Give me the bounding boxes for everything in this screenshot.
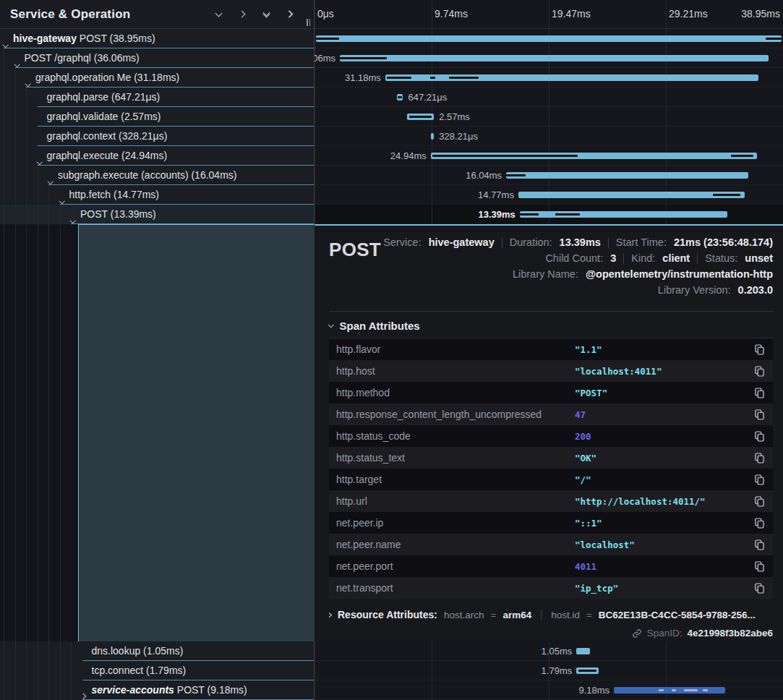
chevron-down-icon[interactable] xyxy=(71,212,75,224)
copy-value-button[interactable] xyxy=(753,408,766,421)
span-row-label[interactable]: hive-gateway POST (38.95ms) xyxy=(0,29,315,48)
copy-value-button[interactable] xyxy=(753,560,766,573)
span-row-label[interactable]: POST /graphql (36.06ms) xyxy=(0,48,315,68)
span-bar[interactable] xyxy=(407,114,434,120)
resource-attributes-row[interactable]: Resource Attributes: host.arch=arm64host… xyxy=(329,609,773,620)
copy-value-button[interactable] xyxy=(753,473,766,486)
span-bar-segment xyxy=(659,689,664,691)
attribute-row: net.transport"ip_tcp" xyxy=(329,577,773,599)
tree-guide-line xyxy=(15,680,16,700)
attribute-value: "ip_tcp" xyxy=(575,583,753,594)
resource-value: arm64 xyxy=(502,610,531,620)
span-row-label[interactable]: graphql.validate (2.57ms) xyxy=(0,107,315,127)
span-bar[interactable] xyxy=(520,211,727,218)
span-duration-label: 24.94ms xyxy=(390,146,427,166)
chevron-down-icon[interactable] xyxy=(60,192,64,205)
chevron-down-icon[interactable] xyxy=(26,75,30,88)
tree-guide-line xyxy=(48,641,49,661)
tree-guide-line xyxy=(71,661,72,680)
meta-value: 13.39ms xyxy=(560,236,601,248)
span-attributes-toggle[interactable]: Span Attributes xyxy=(329,313,773,338)
copy-value-button[interactable] xyxy=(753,430,766,443)
span-row-label[interactable]: http.fetch (14.77ms) xyxy=(0,185,315,205)
copy-value-button[interactable] xyxy=(753,386,766,399)
copy-value-button[interactable] xyxy=(753,495,766,508)
meta-label: Status: xyxy=(705,252,737,264)
span-bar[interactable] xyxy=(576,667,598,674)
span-detail-panel: POST Service: hive-gatewayDuration: 13.3… xyxy=(315,224,783,641)
tree-guide-line xyxy=(15,661,16,680)
span-row-label[interactable]: graphql.context (328.21μs) xyxy=(0,127,315,146)
span-row-label[interactable]: POST (13.39ms) xyxy=(0,205,315,224)
timeline-tick: 9.74ms xyxy=(435,0,468,28)
tree-guide-line xyxy=(15,224,16,641)
span-row-label[interactable]: dns.lookup (1.05ms) xyxy=(0,641,315,661)
span-meta: Service: hive-gatewayDuration: 13.39msSt… xyxy=(329,234,773,298)
span-attributes-table: http.flavor"1.1"http.host"localhost:4011… xyxy=(329,338,773,599)
span-bar[interactable] xyxy=(518,192,745,198)
span-row-label[interactable]: service-accounts POST (9.18ms) xyxy=(0,680,315,700)
copy-value-button[interactable] xyxy=(753,343,766,356)
chevron-down-icon[interactable] xyxy=(38,153,42,166)
span-row-label[interactable]: tcp.connect (1.79ms) xyxy=(0,661,315,680)
tree-guide-line xyxy=(26,185,27,205)
attribute-key: net.transport xyxy=(336,582,575,594)
span-duration-label: 2.57ms xyxy=(439,107,470,127)
span-row-label[interactable]: graphql.execute (24.94ms) xyxy=(0,146,315,166)
link-icon[interactable] xyxy=(632,628,642,639)
timeline-tick: 29.21ms xyxy=(669,0,708,28)
column-resize-handle[interactable] xyxy=(307,19,310,26)
chevron-down-icon[interactable] xyxy=(213,9,223,20)
double-chevron-right-icon[interactable] xyxy=(285,9,295,20)
tree-guide-line xyxy=(15,88,16,107)
span-row-label[interactable]: graphql.parse (647.21μs) xyxy=(0,88,315,107)
tree-guide-line xyxy=(4,107,4,127)
span-row-label[interactable]: subgraph.execute (accounts) (16.04ms) xyxy=(0,166,315,185)
span-name: graphql.execute (24.94ms) xyxy=(47,146,168,165)
chevron-down-icon[interactable] xyxy=(4,36,8,48)
copy-icon xyxy=(755,431,764,442)
attribute-key: http.flavor xyxy=(336,343,575,355)
span-meta-line: Child Count: 3Kind: clientStatus: unset xyxy=(329,250,773,266)
span-bar[interactable] xyxy=(397,94,403,101)
tree-guide-line xyxy=(4,205,4,224)
span-bar[interactable] xyxy=(431,133,435,140)
span-row: graphql.context (328.21μs)328.21μs xyxy=(0,127,783,146)
span-bar[interactable] xyxy=(316,35,782,42)
tree-guide-line xyxy=(4,48,4,68)
tree-guide-line xyxy=(60,224,61,641)
chevron-right-icon[interactable] xyxy=(237,9,247,20)
span-bar[interactable] xyxy=(340,55,769,61)
span-bar-segment xyxy=(340,57,387,59)
attribute-row: net.peer.name"localhost" xyxy=(329,534,773,555)
meta-value: 0.203.0 xyxy=(738,284,773,296)
tree-guide-line xyxy=(38,185,38,205)
copy-value-button[interactable] xyxy=(753,364,766,377)
span-row: hive-gateway POST (38.95ms)38.95ms xyxy=(0,29,783,48)
copy-value-button[interactable] xyxy=(753,451,766,464)
double-chevron-down-icon[interactable] xyxy=(261,9,271,20)
chevron-down-icon[interactable] xyxy=(48,173,53,185)
span-name: POST /graphql (36.06ms) xyxy=(25,48,140,67)
attribute-value: "POST" xyxy=(575,388,753,398)
chevron-down-icon[interactable] xyxy=(15,56,20,68)
tree-guide-line xyxy=(15,146,16,166)
meta-value: 3 xyxy=(610,252,616,264)
span-row-label[interactable]: graphql.operation Me (31.18ms) xyxy=(0,68,315,88)
copy-value-button[interactable] xyxy=(753,581,766,594)
span-bar[interactable] xyxy=(431,153,757,159)
copy-value-button[interactable] xyxy=(753,516,766,529)
meta-label: Start Time: xyxy=(616,236,667,248)
span-bar[interactable] xyxy=(614,687,725,693)
copy-value-button[interactable] xyxy=(753,538,766,551)
tree-guide-line xyxy=(4,661,4,680)
span-bar[interactable] xyxy=(576,648,590,654)
chevron-right-icon[interactable] xyxy=(82,688,85,700)
copy-icon xyxy=(755,366,764,377)
span-row: POST (13.39ms)13.39ms xyxy=(0,205,783,224)
span-bar[interactable] xyxy=(506,172,748,179)
span-bar[interactable] xyxy=(385,74,758,81)
meta-separator xyxy=(541,610,542,620)
detail-divider xyxy=(329,311,773,312)
span-bar-segment xyxy=(713,194,740,196)
